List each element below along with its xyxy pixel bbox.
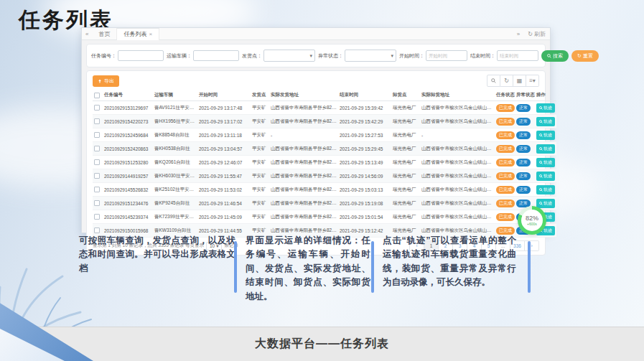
refresh-icon[interactable]: ↻ (500, 75, 513, 87)
cell-task-no: 20210929145239374 (103, 210, 153, 224)
abnormal-label: 异常状态： (318, 52, 343, 60)
note-divider (528, 241, 531, 293)
reset-button[interactable]: ↻ 重置 (571, 50, 599, 62)
app-window: « 首页 任务列表 × » ↻ 刷新 任务编号： 运输车辆： (81, 27, 551, 233)
chevron-down-icon: ▾ (391, 53, 393, 59)
status-badge: 已完成 (496, 186, 515, 194)
cell-dest: 瑞光热电厂 (391, 156, 420, 169)
cell-start-time: 2021-09-29 12:46:07 (197, 156, 251, 169)
footer-bar: 大数据平台——任务列表 (0, 327, 644, 361)
col-abnormal: 异常状态 (515, 90, 535, 101)
track-icon (539, 147, 543, 151)
cell-start-time: 2021-09-29 11:53:02 (197, 183, 251, 197)
reset-icon: ↻ (577, 53, 582, 59)
status-badge: 已完成 (496, 200, 515, 207)
track-button[interactable]: 轨迹 (536, 103, 555, 113)
cell-dest: 瑞光热电厂 (391, 197, 420, 210)
start-time-input[interactable] (426, 50, 467, 61)
track-button[interactable]: 轨迹 (536, 131, 555, 140)
search-button[interactable]: 搜索 (541, 50, 569, 62)
columns-icon[interactable]: ▦ (513, 75, 526, 87)
tab-home[interactable]: 首页 (92, 28, 117, 39)
col-end: 结束时间 (338, 90, 391, 101)
tab-task-list[interactable]: 任务列表 × (117, 28, 159, 40)
row-checkbox[interactable] (94, 159, 100, 165)
search-icon (547, 54, 551, 58)
export-button[interactable]: 导出 (93, 75, 119, 87)
task-no-label: 任务编号： (91, 52, 116, 60)
row-checkbox[interactable] (94, 105, 100, 111)
cell-start-time: 2021-09-29 13:17:02 (197, 115, 251, 128)
row-checkbox[interactable] (94, 132, 100, 138)
task-table: 任务编号 运输车辆 开始时间 发货点 实际发货地址 结束时间 卸货点 实际卸货地… (93, 90, 556, 238)
cell-origin-addr: 山西省晋中市寿阳县平舒乡828县道 (269, 156, 338, 169)
pager-next[interactable]: › (525, 240, 539, 251)
cell-dest-addr: 山西省晋中市榆次区乌金山镇山西瑞光热电有限责任公司 (420, 115, 495, 128)
track-button[interactable]: 轨迹 (536, 185, 555, 194)
select-all-checkbox[interactable] (94, 93, 100, 98)
track-button[interactable]: 轨迹 (536, 117, 555, 126)
origin-select[interactable]: ▾ (263, 50, 315, 62)
col-vehicle: 运输车辆 (153, 90, 197, 101)
table-row: 20210929145239374晋K72399挂平安车队2021-09-29 … (93, 210, 556, 224)
note-track: 点击“轨迹”可以查看运单的整个运输轨迹和车辆载货重量变化曲线，装卸货、重量异常及… (383, 234, 516, 290)
cell-dest-addr: 山西省晋中市榆次区乌金山镇山西瑞光热电有限责任公司 (420, 210, 495, 224)
col-task-no: 任务编号 (103, 90, 153, 101)
gauge-value: 82% (526, 215, 538, 222)
col-status: 任务状态 (495, 90, 515, 101)
col-start: 开始时间 (197, 90, 251, 101)
row-checkbox[interactable] (94, 214, 100, 220)
cell-origin-addr: 山西省晋中市寿阳县平舒乡828县道 (269, 169, 338, 183)
status-badge: 已完成 (496, 145, 515, 153)
origin-label: 发货点： (242, 52, 262, 60)
row-checkbox[interactable] (94, 118, 100, 124)
cell-end-time: 2021-09-29 15:01:54 (338, 210, 391, 224)
cell-vehicle: 晋K72399挂平安车队 (153, 210, 197, 224)
list-toggle-icon[interactable]: ≡▾ (526, 75, 539, 87)
cell-start-time: 2021-09-29 11:45:09 (197, 210, 251, 224)
cell-start-time: 2021-09-29 11:55:47 (197, 169, 251, 183)
track-button[interactable]: 轨迹 (536, 144, 555, 154)
track-icon (539, 133, 543, 137)
cell-start-time: 2021-09-29 13:17:48 (197, 101, 251, 115)
vehicle-input[interactable] (193, 50, 239, 61)
cell-task-no: 20210929144919257 (103, 169, 153, 183)
abnormal-badge: 正常 (516, 186, 531, 194)
cell-task-no: 20210929152420863 (103, 142, 153, 156)
cell-dest-addr: 山西省晋中市榆次区乌金山镇山西瑞光热电有限责任公司 (420, 197, 495, 210)
cell-dest: 瑞光热电厂 (391, 115, 420, 128)
end-time-input[interactable] (497, 50, 538, 61)
refresh-button[interactable]: ↻ 刷新 (528, 30, 546, 38)
close-tab-icon[interactable]: × (149, 31, 152, 37)
vehicle-label: 运输车辆： (167, 52, 192, 60)
table-row: 20210929153129697晋AV9121挂平安车队2021-09-29 … (93, 101, 556, 115)
task-no-input[interactable] (118, 50, 164, 61)
cell-vehicle: 晋K88548自卸挂 (153, 128, 197, 142)
row-checkbox[interactable] (94, 173, 100, 179)
row-checkbox[interactable] (94, 146, 100, 151)
start-time-label: 开始时间： (399, 52, 424, 60)
cell-origin: 平安矿 (251, 101, 269, 115)
row-checkbox[interactable] (94, 200, 100, 206)
track-button[interactable]: 轨迹 (536, 172, 555, 181)
track-button[interactable]: 轨迹 (536, 158, 555, 167)
cell-end-time: 2021-09-29 15:19:08 (338, 197, 391, 210)
row-checkbox[interactable] (94, 187, 100, 192)
collapse-tabs-icon[interactable]: « (82, 31, 92, 37)
abnormal-badge: 正常 (516, 131, 531, 139)
cell-end-time: 2021-09-29 14:56:09 (338, 169, 391, 183)
search-icon[interactable] (487, 75, 500, 87)
abnormal-select[interactable]: ▾ (345, 50, 396, 62)
track-button[interactable]: 轨迹 (536, 199, 555, 208)
cell-start-time: 2021-09-29 13:11:18 (197, 128, 251, 142)
cell-task-no: 20210929154220273 (103, 115, 153, 128)
note-details: 界面显示运单的详细情况：任务编号、运输车辆、开始时间、发货点、实际发货地址、结束… (246, 234, 370, 304)
expand-tabs-icon[interactable]: » (513, 31, 523, 37)
status-badge: 已完成 (496, 131, 515, 139)
gauge-subtext: +600s (527, 222, 537, 226)
cell-vehicle: 晋HX1956挂平安车队 (153, 115, 197, 128)
cell-origin: 平安矿 (251, 210, 269, 224)
status-badge: 已完成 (496, 118, 515, 126)
col-action: 操作 (535, 90, 556, 101)
cell-task-no: 20210929152459684 (103, 128, 153, 142)
